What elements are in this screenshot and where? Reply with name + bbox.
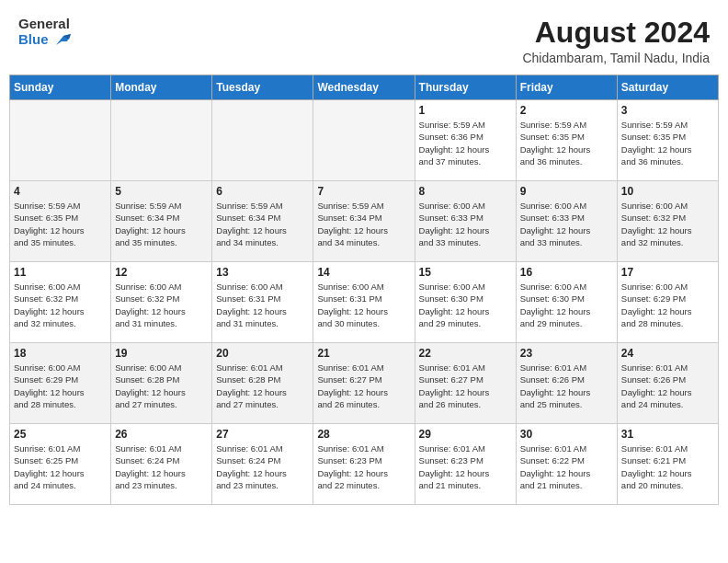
calendar-cell: 30Sunrise: 6:01 AM Sunset: 6:22 PM Dayli…: [516, 424, 617, 505]
logo-general: General: [18, 17, 71, 32]
day-number: 30: [520, 428, 613, 441]
weekday-header-saturday: Saturday: [617, 75, 718, 100]
day-info: Sunrise: 6:01 AM Sunset: 6:26 PM Dayligh…: [621, 362, 714, 410]
day-info: Sunrise: 6:00 AM Sunset: 6:29 PM Dayligh…: [621, 281, 714, 329]
day-number: 12: [115, 266, 208, 279]
page-header: General Blue August 2024 Chidambaram, Ta…: [9, 9, 719, 69]
day-info: Sunrise: 6:01 AM Sunset: 6:22 PM Dayligh…: [520, 442, 613, 491]
day-info: Sunrise: 5:59 AM Sunset: 6:34 PM Dayligh…: [216, 200, 309, 248]
calendar-cell: 4Sunrise: 5:59 AM Sunset: 6:35 PM Daylig…: [10, 181, 111, 262]
day-info: Sunrise: 6:01 AM Sunset: 6:24 PM Dayligh…: [216, 442, 309, 491]
calendar-cell: 9Sunrise: 6:00 AM Sunset: 6:33 PM Daylig…: [516, 181, 617, 262]
day-number: 18: [14, 347, 107, 360]
day-info: Sunrise: 6:00 AM Sunset: 6:31 PM Dayligh…: [216, 281, 309, 329]
day-info: Sunrise: 6:01 AM Sunset: 6:28 PM Dayligh…: [216, 362, 309, 410]
day-info: Sunrise: 5:59 AM Sunset: 6:36 PM Dayligh…: [419, 119, 512, 167]
calendar-cell: 19Sunrise: 6:00 AM Sunset: 6:28 PM Dayli…: [111, 343, 212, 424]
day-number: 11: [14, 266, 107, 279]
logo-bird-icon: [51, 32, 71, 49]
day-number: 21: [317, 347, 410, 360]
day-number: 2: [520, 104, 613, 117]
day-info: Sunrise: 6:01 AM Sunset: 6:27 PM Dayligh…: [317, 362, 410, 410]
day-number: 8: [419, 185, 512, 198]
calendar-cell: 27Sunrise: 6:01 AM Sunset: 6:24 PM Dayli…: [212, 424, 313, 505]
day-info: Sunrise: 5:59 AM Sunset: 6:35 PM Dayligh…: [520, 119, 613, 167]
day-number: 10: [621, 185, 714, 198]
calendar-cell: 21Sunrise: 6:01 AM Sunset: 6:27 PM Dayli…: [313, 343, 415, 424]
calendar-cell: 26Sunrise: 6:01 AM Sunset: 6:24 PM Dayli…: [111, 424, 212, 505]
calendar-cell: 28Sunrise: 6:01 AM Sunset: 6:23 PM Dayli…: [313, 424, 415, 505]
day-number: 28: [317, 428, 410, 441]
weekday-header-sunday: Sunday: [10, 75, 111, 100]
calendar-cell: 24Sunrise: 6:01 AM Sunset: 6:26 PM Dayli…: [617, 343, 718, 424]
day-info: Sunrise: 6:00 AM Sunset: 6:28 PM Dayligh…: [115, 362, 208, 410]
calendar-cell: 31Sunrise: 6:01 AM Sunset: 6:21 PM Dayli…: [617, 424, 718, 505]
calendar-table: SundayMondayTuesdayWednesdayThursdayFrid…: [9, 75, 719, 505]
calendar-week-row: 11Sunrise: 6:00 AM Sunset: 6:32 PM Dayli…: [10, 262, 719, 343]
calendar-cell: 22Sunrise: 6:01 AM Sunset: 6:27 PM Dayli…: [415, 343, 516, 424]
day-info: Sunrise: 5:59 AM Sunset: 6:35 PM Dayligh…: [14, 200, 107, 248]
calendar-cell: 14Sunrise: 6:00 AM Sunset: 6:31 PM Dayli…: [313, 262, 415, 343]
weekday-header-wednesday: Wednesday: [313, 75, 415, 100]
day-info: Sunrise: 6:01 AM Sunset: 6:21 PM Dayligh…: [621, 442, 714, 491]
title-block: August 2024 Chidambaram, Tamil Nadu, Ind…: [522, 17, 710, 65]
calendar-cell: 15Sunrise: 6:00 AM Sunset: 6:30 PM Dayli…: [415, 262, 516, 343]
day-info: Sunrise: 6:00 AM Sunset: 6:30 PM Dayligh…: [419, 281, 512, 329]
day-number: 22: [419, 347, 512, 360]
day-info: Sunrise: 5:59 AM Sunset: 6:34 PM Dayligh…: [317, 200, 410, 248]
month-year-title: August 2024: [522, 17, 710, 49]
day-number: 17: [621, 266, 714, 279]
weekday-header-tuesday: Tuesday: [212, 75, 313, 100]
day-number: 1: [419, 104, 512, 117]
calendar-week-row: 4Sunrise: 5:59 AM Sunset: 6:35 PM Daylig…: [10, 181, 719, 262]
calendar-cell: 17Sunrise: 6:00 AM Sunset: 6:29 PM Dayli…: [617, 262, 718, 343]
calendar-cell: [10, 100, 111, 181]
day-info: Sunrise: 6:01 AM Sunset: 6:23 PM Dayligh…: [419, 442, 512, 491]
calendar-cell: 12Sunrise: 6:00 AM Sunset: 6:32 PM Dayli…: [111, 262, 212, 343]
weekday-header-monday: Monday: [111, 75, 212, 100]
day-number: 19: [115, 347, 208, 360]
calendar-cell: 20Sunrise: 6:01 AM Sunset: 6:28 PM Dayli…: [212, 343, 313, 424]
calendar-cell: 3Sunrise: 5:59 AM Sunset: 6:35 PM Daylig…: [617, 100, 718, 181]
day-number: 26: [115, 428, 208, 441]
calendar-cell: 16Sunrise: 6:00 AM Sunset: 6:30 PM Dayli…: [516, 262, 617, 343]
day-number: 27: [216, 428, 309, 441]
day-info: Sunrise: 5:59 AM Sunset: 6:35 PM Dayligh…: [621, 119, 714, 167]
calendar-cell: 29Sunrise: 6:01 AM Sunset: 6:23 PM Dayli…: [415, 424, 516, 505]
calendar-cell: [212, 100, 313, 181]
day-number: 24: [621, 347, 714, 360]
calendar-week-row: 25Sunrise: 6:01 AM Sunset: 6:25 PM Dayli…: [10, 424, 719, 505]
day-info: Sunrise: 6:00 AM Sunset: 6:29 PM Dayligh…: [14, 362, 107, 410]
calendar-cell: 7Sunrise: 5:59 AM Sunset: 6:34 PM Daylig…: [313, 181, 415, 262]
calendar-cell: 13Sunrise: 6:00 AM Sunset: 6:31 PM Dayli…: [212, 262, 313, 343]
calendar-week-row: 18Sunrise: 6:00 AM Sunset: 6:29 PM Dayli…: [10, 343, 719, 424]
calendar-cell: 23Sunrise: 6:01 AM Sunset: 6:26 PM Dayli…: [516, 343, 617, 424]
weekday-header-row: SundayMondayTuesdayWednesdayThursdayFrid…: [10, 75, 719, 100]
day-number: 15: [419, 266, 512, 279]
day-number: 23: [520, 347, 613, 360]
calendar-cell: [111, 100, 212, 181]
day-info: Sunrise: 6:00 AM Sunset: 6:32 PM Dayligh…: [621, 200, 714, 248]
weekday-header-thursday: Thursday: [415, 75, 516, 100]
calendar-cell: 25Sunrise: 6:01 AM Sunset: 6:25 PM Dayli…: [10, 424, 111, 505]
calendar-cell: 10Sunrise: 6:00 AM Sunset: 6:32 PM Dayli…: [617, 181, 718, 262]
day-info: Sunrise: 5:59 AM Sunset: 6:34 PM Dayligh…: [115, 200, 208, 248]
day-number: 16: [520, 266, 613, 279]
calendar-week-row: 1Sunrise: 5:59 AM Sunset: 6:36 PM Daylig…: [10, 100, 719, 181]
calendar-cell: 5Sunrise: 5:59 AM Sunset: 6:34 PM Daylig…: [111, 181, 212, 262]
calendar-cell: [313, 100, 415, 181]
day-info: Sunrise: 6:01 AM Sunset: 6:26 PM Dayligh…: [520, 362, 613, 410]
day-number: 29: [419, 428, 512, 441]
day-info: Sunrise: 6:01 AM Sunset: 6:23 PM Dayligh…: [317, 442, 410, 491]
calendar-cell: 2Sunrise: 5:59 AM Sunset: 6:35 PM Daylig…: [516, 100, 617, 181]
logo: General Blue: [18, 17, 71, 49]
day-number: 7: [317, 185, 410, 198]
weekday-header-friday: Friday: [516, 75, 617, 100]
day-number: 25: [14, 428, 107, 441]
day-number: 9: [520, 185, 613, 198]
day-info: Sunrise: 6:00 AM Sunset: 6:30 PM Dayligh…: [520, 281, 613, 329]
day-info: Sunrise: 6:00 AM Sunset: 6:31 PM Dayligh…: [317, 281, 410, 329]
calendar-cell: 11Sunrise: 6:00 AM Sunset: 6:32 PM Dayli…: [10, 262, 111, 343]
day-info: Sunrise: 6:00 AM Sunset: 6:33 PM Dayligh…: [419, 200, 512, 248]
day-number: 20: [216, 347, 309, 360]
